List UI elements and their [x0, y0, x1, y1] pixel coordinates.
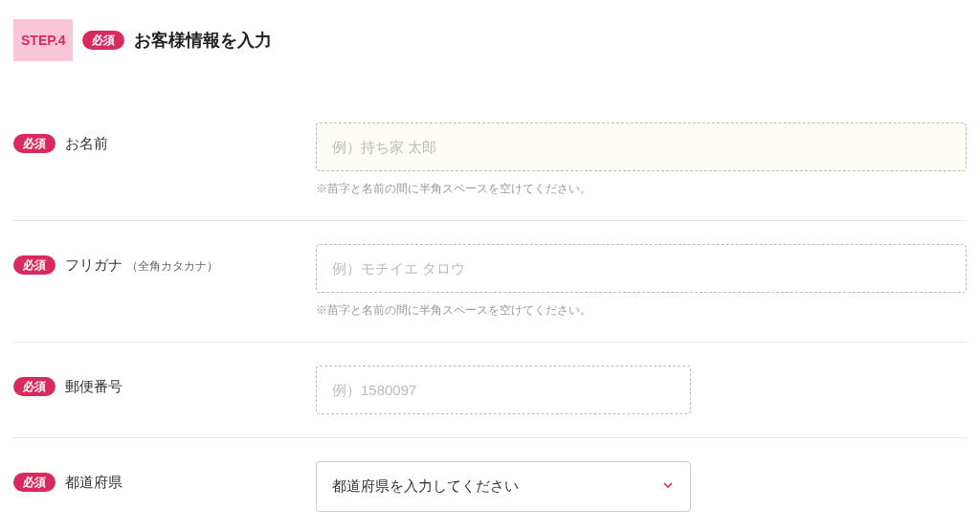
input-col-prefecture: 都道府県を入力してください — [316, 461, 967, 512]
prefecture-select[interactable]: 都道府県を入力してください — [316, 461, 691, 512]
name-hint: ※苗字と名前の間に半角スペースを空けてください。 — [316, 181, 967, 197]
furigana-input[interactable] — [316, 244, 967, 293]
form-row-postal: 必須 郵便番号 — [13, 343, 967, 438]
required-badge-name: 必須 — [13, 134, 56, 153]
form-row-furigana: 必須 フリガナ （全角カタカナ） ※苗字と名前の間に半角スペースを空けてください… — [13, 221, 967, 343]
label-col-postal: 必須 郵便番号 — [13, 366, 316, 396]
required-badge-prefecture: 必須 — [13, 473, 56, 492]
field-label-furigana: フリガナ — [65, 256, 122, 273]
field-label-postal: 郵便番号 — [65, 378, 122, 396]
form-row-prefecture: 必須 都道府県 都道府県を入力してください — [13, 438, 967, 532]
input-col-postal — [316, 366, 967, 414]
prefecture-select-wrapper: 都道府県を入力してください — [316, 461, 691, 512]
required-badge-header: 必須 — [82, 31, 124, 50]
input-col-furigana: ※苗字と名前の間に半角スペースを空けてください。 — [316, 244, 967, 319]
section-header: STEP.4 必須 お客様情報を入力 — [13, 19, 967, 61]
label-col-name: 必須 お名前 — [13, 122, 316, 153]
name-input[interactable] — [316, 122, 967, 171]
step-badge: STEP.4 — [13, 19, 73, 61]
postal-input[interactable] — [316, 366, 691, 414]
field-label-prefecture: 都道府県 — [65, 474, 122, 492]
required-badge-furigana: 必須 — [13, 255, 56, 275]
section-title: お客様情報を入力 — [134, 29, 272, 52]
form-row-name: 必須 お名前 ※苗字と名前の間に半角スペースを空けてください。 — [13, 100, 967, 221]
label-col-prefecture: 必須 都道府県 — [13, 461, 316, 492]
field-sublabel-furigana: （全角カタカナ） — [126, 259, 218, 273]
field-label-name: お名前 — [65, 135, 108, 153]
input-col-name: ※苗字と名前の間に半角スペースを空けてください。 — [316, 122, 967, 197]
furigana-hint: ※苗字と名前の間に半角スペースを空けてください。 — [316, 302, 967, 319]
label-col-furigana: 必須 フリガナ （全角カタカナ） — [13, 244, 316, 275]
required-badge-postal: 必須 — [13, 377, 56, 396]
